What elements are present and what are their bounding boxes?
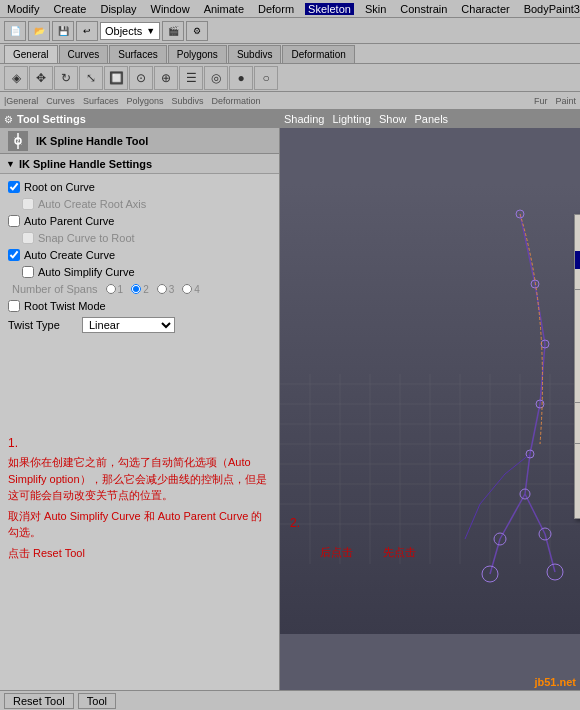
- circle2-icon[interactable]: ●: [229, 66, 253, 90]
- menu-remove-joint[interactable]: Remove Joint: [575, 310, 580, 328]
- menu-connect-joint[interactable]: Connect Joint ⊞: [575, 346, 580, 364]
- panel-menu-item[interactable]: |General: [4, 96, 38, 106]
- sphere-icon[interactable]: ○: [254, 66, 278, 90]
- menu-bodypaint[interactable]: BodyPaint3D: [521, 3, 580, 15]
- tab-curves[interactable]: Curves: [59, 45, 109, 63]
- twist-type-row: Twist Type Linear Easing In Easing Out E…: [8, 316, 271, 334]
- menu-mirror-joint[interactable]: Mirror Joint ⊞: [575, 364, 580, 382]
- panel-surfaces-item[interactable]: Surfaces: [83, 96, 119, 106]
- checkbox-auto-create-curve: Auto Create Curve: [8, 247, 271, 263]
- menu-character[interactable]: Character: [458, 3, 512, 15]
- bottom-bar: Reset Tool Tool: [0, 690, 580, 710]
- spans-3-label: 3: [169, 284, 175, 295]
- auto-root-axis-checkbox[interactable]: [22, 198, 34, 210]
- tool-button[interactable]: Tool: [78, 693, 116, 709]
- right-panel: Shading Lighting Show Panels: [280, 110, 580, 690]
- twist-type-select[interactable]: Linear Easing In Easing Out Easing In/Ou…: [82, 317, 175, 333]
- panel-fur-item[interactable]: Fur: [534, 96, 548, 106]
- panel-deform-item[interactable]: Deformation: [211, 96, 260, 106]
- menu-ik-handle-tool[interactable]: IK Handle Tool ▶: [575, 233, 580, 251]
- panel-polygons-item[interactable]: Polygons: [126, 96, 163, 106]
- undo-btn[interactable]: ↩: [76, 21, 98, 41]
- spans-1-radio[interactable]: [106, 284, 116, 294]
- reset-tool-button[interactable]: Reset Tool: [4, 693, 74, 709]
- panel-subdivs-item[interactable]: Subdivs: [171, 96, 203, 106]
- auto-simplify-checkbox[interactable]: [22, 266, 34, 278]
- tab-surfaces[interactable]: Surfaces: [109, 45, 166, 63]
- divider-3: [575, 443, 580, 444]
- root-twist-checkbox[interactable]: [8, 300, 20, 312]
- menu-joint-tool[interactable]: Joint Tool ▶: [575, 215, 580, 233]
- spans-2-label: 2: [143, 284, 149, 295]
- root-on-curve-checkbox[interactable]: [8, 181, 20, 193]
- circle1-icon[interactable]: ◎: [204, 66, 228, 90]
- spans-4-option: 4: [182, 284, 200, 295]
- tool-name-label: IK Spline Handle Tool: [36, 135, 148, 147]
- panel-paint-item[interactable]: Paint: [555, 96, 576, 106]
- snap-curve-checkbox[interactable]: [22, 232, 34, 244]
- menu-window[interactable]: Window: [148, 3, 193, 15]
- select-icon[interactable]: ◈: [4, 66, 28, 90]
- menu-enable-selected-ik[interactable]: Enable Selected IK Handles: [575, 482, 580, 500]
- scale-icon[interactable]: ⤡: [79, 66, 103, 90]
- new-btn[interactable]: 📄: [4, 21, 26, 41]
- tab-deformation[interactable]: Deformation: [282, 45, 354, 63]
- save-btn[interactable]: 💾: [52, 21, 74, 41]
- history-icon[interactable]: ⊕: [154, 66, 178, 90]
- menu-reroot[interactable]: Reroot Skeleton: [575, 292, 580, 310]
- menu-insert-joint[interactable]: Insert Joint Tool: [575, 269, 580, 287]
- menu-disconnect-joint[interactable]: Disconnect Joint: [575, 328, 580, 346]
- settings-header: ▼ IK Spline Handle Settings: [0, 154, 279, 174]
- menu-skeleton[interactable]: Skeleton: [305, 3, 354, 15]
- rotate-icon[interactable]: ↻: [54, 66, 78, 90]
- menu-skin[interactable]: Skin: [362, 3, 389, 15]
- tab-polygons[interactable]: Polygons: [168, 45, 227, 63]
- auto-create-curve-checkbox[interactable]: [8, 249, 20, 261]
- menu-disable-selected-ik[interactable]: Disable Selected IK Handles: [575, 500, 580, 518]
- panel-title: Tool Settings: [17, 113, 86, 125]
- viewport-lighting[interactable]: Lighting: [332, 113, 371, 125]
- auto-root-axis-label: Auto Create Root Axis: [38, 198, 146, 210]
- menu-deform[interactable]: Deform: [255, 3, 297, 15]
- render-btn[interactable]: 🎬: [162, 21, 184, 41]
- viewport-shading[interactable]: Shading: [284, 113, 324, 125]
- menu-assume-preferred[interactable]: Assume Preferred Angle ⊞: [575, 423, 580, 441]
- viewport[interactable]: 2. 后点击 先点击 jb51.net Joint Tool ▶ I: [280, 128, 580, 690]
- spans-4-radio[interactable]: [182, 284, 192, 294]
- snap-curve-label: Snap Curve to Root: [38, 232, 135, 244]
- menu-display[interactable]: Display: [97, 3, 139, 15]
- root-on-curve-label: Root on Curve: [24, 181, 95, 193]
- tab-subdivs[interactable]: Subdivs: [228, 45, 282, 63]
- panel-header: ⚙ Tool Settings: [0, 110, 279, 128]
- settings-btn[interactable]: ⚙: [186, 21, 208, 41]
- panel-curves-item[interactable]: Curves: [46, 96, 75, 106]
- menu-modify[interactable]: Modify: [4, 3, 42, 15]
- collapse-icon[interactable]: ▼: [6, 159, 15, 169]
- menu-animate[interactable]: Animate: [201, 3, 247, 15]
- instruction-text1: 如果你在创建它之前，勾选了自动简化选项（Auto Simplify option…: [8, 454, 271, 504]
- menu-create[interactable]: Create: [50, 3, 89, 15]
- checkbox-root-twist: Root Twist Mode: [8, 298, 271, 314]
- spans-3-radio[interactable]: [157, 284, 167, 294]
- viewport-show[interactable]: Show: [379, 113, 407, 125]
- snap-icon[interactable]: 🔲: [104, 66, 128, 90]
- layer-icon[interactable]: ☰: [179, 66, 203, 90]
- menu-set-preferred[interactable]: Set Preferred Angle ⊞: [575, 405, 580, 423]
- menu-constrain[interactable]: Constrain: [397, 3, 450, 15]
- auto-parent-curve-checkbox[interactable]: [8, 215, 20, 227]
- menu-enable-ikfk[interactable]: Enable IKFK Control: [575, 464, 580, 482]
- objects-dropdown[interactable]: Objects ▼: [100, 22, 160, 40]
- menu-ik-spline-tool[interactable]: IK Spline Handle Tool ⬛ ▶: [575, 251, 580, 269]
- spans-1-option: 1: [106, 284, 124, 295]
- magnet-icon[interactable]: ⊙: [129, 66, 153, 90]
- menu-orient-joint[interactable]: Orient Joint ⊞: [575, 382, 580, 400]
- spans-2-radio[interactable]: [131, 284, 141, 294]
- menu-enable-snap[interactable]: ✓ Enable IK Handle Snap: [575, 446, 580, 464]
- move-icon[interactable]: ✥: [29, 66, 53, 90]
- settings-header-label: IK Spline Handle Settings: [19, 158, 152, 170]
- tab-general[interactable]: General: [4, 45, 58, 63]
- spans-3-option: 3: [157, 284, 175, 295]
- viewport-panels[interactable]: Panels: [414, 113, 448, 125]
- open-btn[interactable]: 📂: [28, 21, 50, 41]
- skeleton-dropdown-menu: Joint Tool ▶ IK Handle Tool ▶ IK Spline …: [574, 214, 580, 519]
